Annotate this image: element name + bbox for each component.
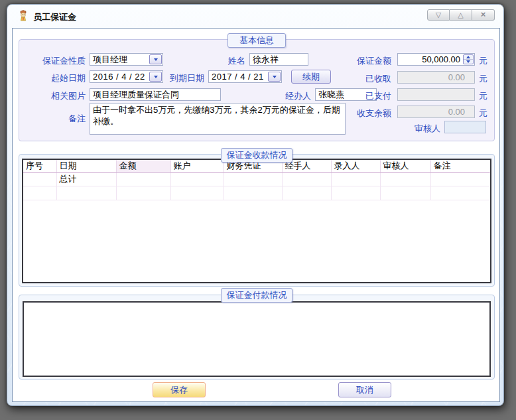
amount-spinner[interactable] <box>463 54 474 64</box>
deposit-nature-value: 项目经理 <box>93 54 127 64</box>
col-header-entry[interactable]: 录入人 <box>331 160 380 173</box>
maximize-icon[interactable]: △ <box>450 9 472 21</box>
name-label: 姓名 <box>202 55 245 66</box>
deposit-amount-value: 50,000.00 <box>422 54 460 64</box>
cell <box>430 186 490 200</box>
reviewer-field <box>444 121 486 133</box>
paid-label: 已支付 <box>321 90 391 102</box>
tab-receipts: 保证金收款情况 <box>221 148 292 163</box>
received-label: 已收取 <box>321 73 391 84</box>
spinner-up-icon[interactable] <box>464 55 473 60</box>
col-header-seq[interactable]: 序号 <box>23 160 56 173</box>
end-date-value: 2017 / 4 / 21 <box>212 72 264 82</box>
cell <box>331 186 380 200</box>
receipts-table[interactable]: 序号 日期 金额 账户 财务凭证 经手人 录入人 审核人 备注 总计 <box>22 159 491 283</box>
name-field[interactable]: 徐永祥 <box>249 53 308 66</box>
deposit-nature-label: 保证金性质 <box>23 55 86 66</box>
tab-payments: 保证金付款情况 <box>221 288 292 303</box>
cell <box>23 173 56 186</box>
table-row[interactable]: 总计 <box>23 173 490 186</box>
col-header-amount[interactable]: 金额 <box>116 160 170 173</box>
cell <box>282 186 331 200</box>
tab-basic-info: 基本信息 <box>227 33 286 48</box>
col-header-account[interactable]: 账户 <box>170 160 224 173</box>
cell <box>331 173 380 186</box>
titlebar[interactable]: 员工保证金 ▽ △ × <box>7 5 503 28</box>
handler-label: 经办人 <box>265 90 311 102</box>
total-cell: 总计 <box>56 173 116 186</box>
deposit-amount-unit: 元 <box>479 55 487 66</box>
balance-field: 0.00 <box>397 105 475 118</box>
cancel-button[interactable]: 取消 <box>338 382 391 397</box>
cell <box>170 186 224 200</box>
table-row[interactable] <box>23 186 490 200</box>
window-title: 员工保证金 <box>33 11 76 23</box>
window-controls: ▽ △ × <box>427 9 495 21</box>
app-mascot-icon <box>17 10 29 22</box>
payments-empty-panel[interactable] <box>23 301 491 377</box>
cell <box>430 173 490 186</box>
end-date-label: 到期日期 <box>142 72 204 84</box>
cell <box>380 173 430 186</box>
save-button[interactable]: 保存 <box>153 382 206 397</box>
end-date-picker[interactable]: 2017 / 4 / 21 <box>208 70 282 83</box>
cell <box>56 186 116 200</box>
cell <box>380 186 430 200</box>
start-date-label: 起始日期 <box>23 72 86 84</box>
deposit-amount-label: 保证金额 <box>321 55 391 66</box>
cell <box>224 186 282 200</box>
content-panel: 基本信息 保证金性质 项目经理 姓名 徐永祥 保证金额 50,000.00 元 … <box>12 28 500 402</box>
deposit-amount-field[interactable]: 50,000.00 <box>397 53 475 66</box>
cell <box>116 186 170 200</box>
cell <box>170 173 224 186</box>
remark-label: 备注 <box>23 113 86 124</box>
related-image-label: 相关图片 <box>23 90 86 102</box>
cell <box>282 173 331 186</box>
chevron-down-icon[interactable] <box>149 54 162 64</box>
balance-unit: 元 <box>479 107 487 119</box>
chevron-down-icon[interactable] <box>268 72 281 82</box>
col-header-date[interactable]: 日期 <box>56 160 116 173</box>
balance-label: 收支余额 <box>321 107 391 119</box>
desktop-background: { "window": { "title": "员工保证金", "control… <box>0 0 516 420</box>
paid-field <box>397 88 475 101</box>
start-date-value: 2016 / 4 / 22 <box>93 72 145 82</box>
close-icon[interactable]: × <box>472 9 495 21</box>
cell <box>224 173 282 186</box>
remark-textarea[interactable]: 由于一时拿不出5万元，先缴纳3万元，其余2万元的保证金，后期补缴。 <box>90 103 346 135</box>
reviewer-label: 审核人 <box>374 123 440 134</box>
received-field: 0.00 <box>397 71 475 84</box>
cell <box>116 173 170 186</box>
deposit-nature-select[interactable]: 项目经理 <box>90 53 163 66</box>
received-unit: 元 <box>479 73 487 84</box>
related-image-field[interactable]: 项目经理质量保证合同 <box>90 88 221 101</box>
col-header-remark[interactable]: 备注 <box>430 160 490 173</box>
paid-unit: 元 <box>479 90 487 102</box>
minimize-icon[interactable]: ▽ <box>427 9 450 21</box>
col-header-reviewer[interactable]: 审核人 <box>380 160 430 173</box>
spinner-down-icon[interactable] <box>464 60 473 64</box>
cell <box>23 186 56 200</box>
window: 员工保证金 ▽ △ × 基本信息 保证金性质 项目经理 姓名 徐永祥 保证金额 … <box>7 4 504 406</box>
